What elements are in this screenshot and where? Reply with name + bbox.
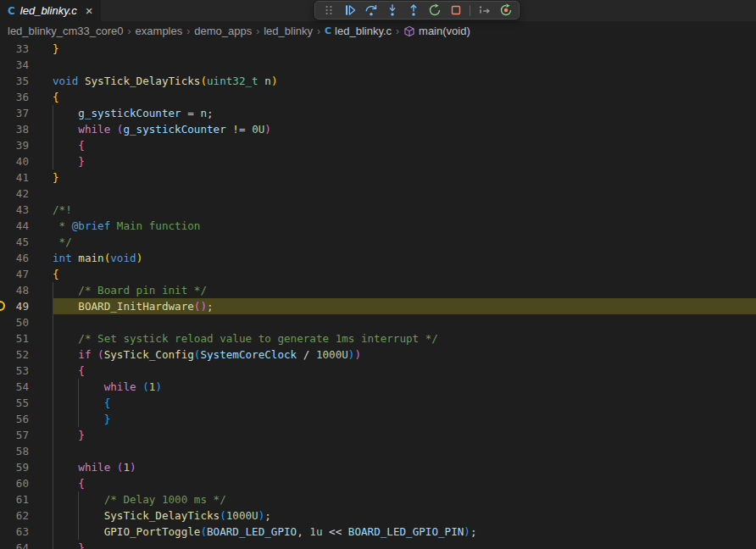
code-line[interactable]: 59 while (1) [0,459,756,475]
code-line[interactable]: 45 */ [0,234,756,250]
code-line[interactable]: 64 } [0,540,756,549]
code-content[interactable]: /* Delay 1000 ms */ [53,491,756,507]
code-line[interactable]: 53 { [0,363,756,379]
code-line[interactable]: 47{ [0,266,756,282]
code-content[interactable]: { [53,475,756,491]
line-number[interactable]: 55 [0,395,53,411]
code-content[interactable]: { [53,395,756,411]
code-content[interactable]: void SysTick_DelayTicks(uint32_t n) [53,73,756,89]
code-line[interactable]: 51 /* Set systick reload value to genera… [0,330,756,347]
code-line[interactable]: 52 if (SysTick_Config(SystemCoreClock / … [0,347,756,363]
code-line[interactable]: 60 { [0,475,756,491]
line-number[interactable]: 42 [0,186,53,202]
code-line[interactable]: 50 [0,314,756,330]
breadcrumb-item-led-blinky-cm33-core0[interactable]: led_blinky_cm33_core0 [8,25,124,37]
line-number[interactable]: 49 [0,298,53,314]
step-into-button[interactable] [383,2,401,19]
code-editor[interactable]: 33}3435void SysTick_DelayTicks(uint32_t … [0,41,756,549]
step-over-button[interactable] [362,2,380,19]
line-number[interactable]: 36 [0,89,53,105]
code-content[interactable]: } [53,411,756,427]
code-content[interactable]: GPIO_PortToggle(BOARD_LED_GPIO, 1u << BO… [53,524,756,540]
code-line[interactable]: 39 { [0,137,756,153]
code-line[interactable]: 44 * @brief Main function [0,218,756,234]
line-number[interactable]: 39 [0,137,53,153]
code-line[interactable]: 37 g_systickCounter = n; [0,105,756,121]
code-content[interactable] [53,443,756,459]
line-number[interactable]: 62 [0,507,53,524]
code-line[interactable]: 43/*! [0,202,756,218]
line-number[interactable]: 48 [0,282,53,298]
line-number[interactable]: 51 [0,330,53,347]
code-content[interactable]: { [53,137,756,153]
step-out-button[interactable] [404,2,422,19]
drag-handle[interactable] [320,2,337,19]
code-content[interactable] [53,314,756,330]
code-line[interactable]: 49 BOARD_InitHardware(); [0,298,756,314]
code-content[interactable]: * @brief Main function [53,218,756,234]
code-content[interactable] [53,57,756,73]
code-content[interactable]: } [53,41,756,57]
code-content[interactable]: } [53,169,756,186]
code-line[interactable]: 34 [0,57,756,73]
line-number[interactable]: 64 [0,540,53,549]
code-content[interactable]: while (g_systickCounter != 0U) [53,121,756,137]
line-number[interactable]: 56 [0,411,53,427]
line-number[interactable]: 63 [0,524,53,540]
breadcrumb-item-main-void-[interactable]: main(void) [403,25,470,37]
code-line[interactable]: 33} [0,41,756,57]
code-line[interactable]: 54 while (1) [0,379,756,395]
line-number[interactable]: 57 [0,427,53,443]
line-number[interactable]: 61 [0,491,53,507]
line-number[interactable]: 50 [0,314,53,330]
code-line[interactable]: 63 GPIO_PortToggle(BOARD_LED_GPIO, 1u <<… [0,524,756,540]
code-line[interactable]: 62 SysTick_DelayTicks(1000U); [0,507,756,524]
line-number[interactable]: 33 [0,41,53,57]
code-line[interactable]: 55 { [0,395,756,411]
breadcrumb-item-led-blinky[interactable]: led_blinky [264,25,313,37]
code-line[interactable]: 58 [0,443,756,459]
code-content[interactable]: SysTick_DelayTicks(1000U); [53,507,756,524]
code-content[interactable]: /* Set systick reload value to generate … [53,330,756,347]
code-line[interactable]: 41} [0,169,756,186]
line-number[interactable]: 34 [0,57,53,73]
code-content[interactable]: /*! [53,202,756,218]
code-line[interactable]: 48 /* Board pin init */ [0,282,756,298]
code-content[interactable]: while (1) [53,459,756,475]
line-number[interactable]: 58 [0,443,53,459]
code-content[interactable]: BOARD_InitHardware(); [53,298,756,314]
code-content[interactable]: int main(void) [53,250,756,266]
line-number[interactable]: 38 [0,121,53,137]
line-number[interactable]: 54 [0,379,53,395]
line-number[interactable]: 40 [0,153,53,169]
line-number[interactable]: 45 [0,234,53,250]
continue-button[interactable] [341,2,359,19]
code-content[interactable]: { [53,363,756,379]
line-number[interactable]: 60 [0,475,53,491]
code-line[interactable]: 38 while (g_systickCounter != 0U) [0,121,756,137]
code-line[interactable]: 61 /* Delay 1000 ms */ [0,491,756,507]
code-line[interactable]: 46int main(void) [0,250,756,266]
code-content[interactable]: /* Board pin init */ [53,282,756,298]
stop-button[interactable] [447,2,464,19]
breadcrumb-item-demo-apps[interactable]: demo_apps [194,25,252,37]
code-content[interactable]: { [53,266,756,282]
code-content[interactable]: if (SysTick_Config(SystemCoreClock / 100… [53,347,756,363]
code-content[interactable]: } [53,427,756,443]
code-content[interactable]: while (1) [53,379,756,395]
line-number[interactable]: 37 [0,105,53,121]
code-content[interactable]: g_systickCounter = n; [53,105,756,121]
line-number[interactable]: 43 [0,202,53,218]
breadcrumb-item-examples[interactable]: examples [136,25,183,37]
code-content[interactable]: { [53,89,756,105]
tab-led-blinky-c[interactable]: C led_blinky.c × [0,0,101,21]
code-line[interactable]: 36{ [0,89,756,105]
code-line[interactable]: 40 } [0,153,756,169]
line-number[interactable]: 52 [0,347,53,363]
code-line[interactable]: 42 [0,186,756,202]
line-number[interactable]: 47 [0,266,53,282]
code-content[interactable]: } [53,540,756,549]
code-line[interactable]: 57 } [0,427,756,443]
restart-button[interactable] [425,2,443,19]
line-number[interactable]: 44 [0,218,53,234]
